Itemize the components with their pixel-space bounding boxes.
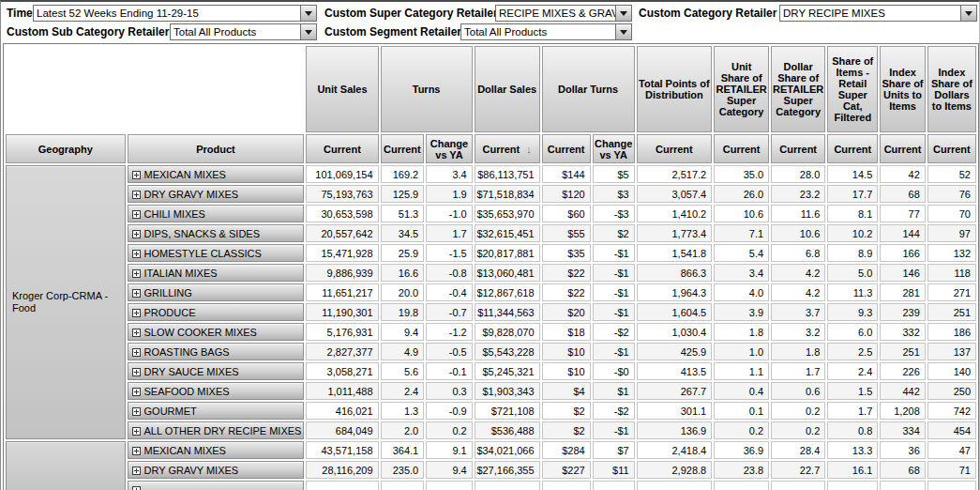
product-label: GOURMET bbox=[144, 406, 197, 417]
value-cell: $5 bbox=[593, 165, 635, 183]
expand-icon[interactable] bbox=[132, 368, 141, 376]
col-group-unit-share[interactable]: Unit Share of RETAILER Super Category bbox=[714, 46, 769, 132]
value-cell: 137 bbox=[927, 343, 976, 360]
col-group-index-units[interactable]: Index Share of Units to Items bbox=[880, 46, 926, 132]
expand-icon[interactable] bbox=[132, 210, 141, 219]
col-group-dollar-turns[interactable]: Dollar Turns bbox=[542, 46, 635, 132]
value-cell: 42 bbox=[880, 165, 926, 183]
value-cell: 52 bbox=[927, 165, 976, 183]
col-group-share-of-items[interactable]: Share of Items - Retail Super Cat, Filte… bbox=[827, 46, 878, 132]
product-cell[interactable]: GRILLING bbox=[128, 283, 305, 301]
value-cell: 5.0 bbox=[827, 264, 878, 282]
value-cell: $10 bbox=[542, 343, 591, 360]
value-cell: 1,030.4 bbox=[637, 323, 713, 341]
product-cell[interactable]: HOMESTYLE CLASSICS bbox=[128, 244, 305, 262]
col-group-turns[interactable]: Turns bbox=[381, 46, 473, 132]
sub-header-tpd-current[interactable]: Current bbox=[637, 134, 713, 163]
col-group-unit-sales[interactable]: Unit Sales bbox=[306, 46, 378, 132]
expand-icon[interactable] bbox=[132, 467, 141, 475]
sub-header-dollar-turns-current[interactable]: Current bbox=[542, 134, 591, 163]
expand-icon[interactable] bbox=[132, 447, 141, 455]
dropdown-arrow-icon[interactable] bbox=[300, 6, 316, 21]
expand-icon[interactable] bbox=[132, 427, 141, 436]
value-cell: 1.7 bbox=[827, 402, 878, 420]
sub-header-unit-share-current[interactable]: Current bbox=[714, 134, 769, 163]
product-cell[interactable]: DRY SAUCE MIXES bbox=[128, 362, 305, 380]
value-cell: 166 bbox=[880, 244, 926, 262]
super-category-select-value: RECIPE MIXES & GRAVY bbox=[496, 8, 615, 19]
sub-header-turns-current[interactable]: Current bbox=[381, 134, 425, 163]
dropdown-arrow-icon[interactable] bbox=[960, 6, 976, 21]
sub-header-dollar-sales-current[interactable]: Current↓ bbox=[475, 134, 540, 163]
value-cell: 1.3 bbox=[381, 402, 425, 420]
dropdown-arrow-icon[interactable] bbox=[300, 24, 316, 39]
product-cell[interactable]: PRODUCE bbox=[128, 303, 305, 321]
product-cell[interactable]: CHILI MIXES bbox=[128, 205, 305, 222]
value-cell: $35 bbox=[542, 244, 591, 262]
value-cell: $2 bbox=[542, 421, 591, 439]
table-row: DRY GRAVY MIXES 28,116,209235.09.4$27,16… bbox=[6, 461, 976, 479]
product-cell[interactable] bbox=[128, 481, 305, 490]
sub-header-index-units-current[interactable]: Current bbox=[880, 134, 926, 163]
expand-icon[interactable] bbox=[132, 348, 141, 357]
expand-icon[interactable] bbox=[132, 486, 141, 490]
time-select[interactable]: Latest 52 Weeks Ending 11-29-15 bbox=[33, 5, 317, 22]
dropdown-arrow-icon[interactable] bbox=[615, 6, 631, 21]
product-cell[interactable]: ROASTING BAGS bbox=[128, 343, 305, 360]
sort-desc-icon[interactable]: ↓ bbox=[526, 144, 532, 155]
product-cell[interactable]: MEXICAN MIXES bbox=[128, 165, 305, 183]
geography-header[interactable]: Geography bbox=[6, 134, 126, 163]
product-header[interactable]: Product bbox=[128, 134, 305, 163]
expand-icon[interactable] bbox=[132, 250, 141, 258]
value-cell: 17.7 bbox=[827, 185, 878, 203]
col-group-index-dollars[interactable]: Index Share of Dollars to Items bbox=[927, 46, 976, 132]
value-cell: 1,604.5 bbox=[637, 303, 713, 321]
expand-icon[interactable] bbox=[132, 388, 141, 396]
expand-icon[interactable] bbox=[132, 407, 141, 416]
product-cell[interactable]: DRY GRAVY MIXES bbox=[128, 185, 305, 203]
expand-icon[interactable] bbox=[132, 269, 141, 278]
sub-category-select[interactable]: Total All Products bbox=[170, 23, 317, 40]
value-cell: 36.9 bbox=[714, 441, 769, 459]
expand-icon[interactable] bbox=[132, 191, 141, 199]
value-cell: 9.4 bbox=[426, 461, 472, 479]
sub-header-turns-change[interactable]: Change vs YA bbox=[426, 134, 472, 163]
value-cell: 2.5 bbox=[827, 343, 878, 360]
expand-icon[interactable] bbox=[132, 309, 141, 317]
sub-header-unit-sales-current[interactable]: Current bbox=[306, 134, 378, 163]
value-cell: 36 bbox=[880, 441, 926, 459]
value-cell: 1,541.8 bbox=[637, 244, 713, 262]
expand-icon[interactable] bbox=[132, 289, 141, 298]
sub-header-share-items-current[interactable]: Current bbox=[827, 134, 878, 163]
expand-icon[interactable] bbox=[132, 329, 141, 337]
col-group-dollar-sales[interactable]: Dollar Sales bbox=[475, 46, 540, 132]
sub-header-index-dollars-current[interactable]: Current bbox=[927, 134, 976, 163]
super-category-select[interactable]: RECIPE MIXES & GRAVY bbox=[495, 5, 632, 22]
product-cell[interactable]: SEAFOOD MIXES bbox=[128, 382, 305, 400]
value-cell: 11,651,217 bbox=[306, 283, 378, 301]
product-cell[interactable]: DRY GRAVY MIXES bbox=[128, 461, 305, 479]
product-cell[interactable]: GOURMET bbox=[128, 402, 305, 420]
value-cell: 8.1 bbox=[827, 205, 878, 222]
category-select[interactable]: DRY RECIPE MIXES bbox=[779, 5, 977, 22]
sub-category-filter-label: Custom Sub Category Retailer bbox=[7, 25, 169, 38]
product-label: ROASTING BAGS bbox=[144, 346, 230, 358]
product-cell[interactable]: MEXICAN MIXES bbox=[128, 441, 305, 459]
col-group-total-points-distribution[interactable]: Total Points of Distribution bbox=[637, 46, 713, 132]
value-cell: $9,828,070 bbox=[475, 323, 540, 341]
product-cell[interactable]: ITALIAN MIXES bbox=[128, 264, 305, 282]
segment-select[interactable]: Total All Products bbox=[460, 23, 632, 40]
col-group-dollar-share[interactable]: Dollar Share of RETAILER Super Category bbox=[771, 46, 825, 132]
expand-icon[interactable] bbox=[132, 171, 141, 179]
product-label: DIPS, SNACKS & SIDES bbox=[144, 228, 260, 239]
value-cell: 2,928.8 bbox=[637, 461, 713, 479]
product-cell[interactable]: DIPS, SNACKS & SIDES bbox=[128, 224, 305, 242]
value-cell: 16.6 bbox=[381, 264, 425, 282]
sub-header-dollar-turns-change[interactable]: Change vs YA bbox=[593, 134, 635, 163]
product-cell[interactable]: SLOW COOKER MIXES bbox=[128, 323, 305, 341]
expand-icon[interactable] bbox=[132, 230, 141, 238]
dropdown-arrow-icon[interactable] bbox=[615, 24, 631, 39]
product-cell[interactable]: ALL OTHER DRY RECIPE MIXES bbox=[128, 421, 305, 439]
sub-header-dollar-share-current[interactable]: Current bbox=[771, 134, 825, 163]
value-cell: -1.2 bbox=[426, 323, 472, 341]
